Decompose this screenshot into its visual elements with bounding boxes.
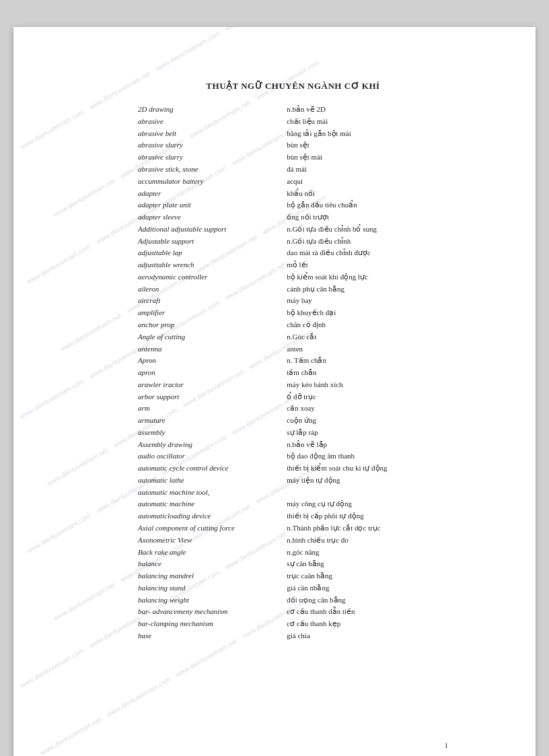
translation-cell: tấm chắn <box>287 367 448 379</box>
translation-cell: cơ cấu thanh dẫn tiến <box>287 606 448 618</box>
page-title: THUẬT NGỮ CHUYÊN NGÀNH CƠ KHÍ <box>138 81 448 92</box>
term-cell: Assembly drawing <box>138 438 287 450</box>
table-row: abrasivechất liệu mài <box>138 116 448 128</box>
translation-cell: n.Gối tựa điều chỉnh bổ sung <box>287 224 448 236</box>
translation-cell: máy bay <box>287 295 448 307</box>
translation-cell: dao mài rà điều chỉnh được <box>287 247 448 259</box>
translation-cell: giá cân nbằng <box>287 582 448 594</box>
translation-cell: bộ dao động âm thanh <box>287 450 448 462</box>
term-cell: adapter sleeve <box>138 211 287 224</box>
term-cell: arm <box>138 403 287 415</box>
term-cell: balancing stand <box>138 582 287 594</box>
table-row: adapter plate unitbộ gắn đầu tiêu chuẩn <box>138 199 448 211</box>
table-row: Axonometric Viewn.hình chiếu trục đo <box>138 535 448 547</box>
translation-cell: cánh phụ cân bằng <box>287 283 448 295</box>
term-cell: armature <box>138 415 287 427</box>
translation-cell: đối trọng cân bằng <box>287 594 448 606</box>
translation-cell: acqui <box>287 176 448 188</box>
table-row: Additional adjustable supportn.Gối tựa đ… <box>138 224 448 236</box>
term-cell: automatic cycle control device <box>138 462 287 475</box>
document-page: www.dientuvietnam.com www.dientuvietnam.… <box>13 27 536 756</box>
table-row: aircraftmáy bay <box>138 295 448 307</box>
table-row: balancesự cân bằng <box>138 558 448 570</box>
translation-cell: n.Góc cắt <box>287 331 448 343</box>
table-row: adjusttable wrenchmỏ lết <box>138 259 448 271</box>
table-row: arbor supportổ đỡ trục <box>138 390 448 403</box>
term-cell: base <box>138 630 287 642</box>
term-cell: automatic lathe <box>138 475 287 487</box>
term-cell: apron <box>138 367 287 379</box>
translation-cell: chất liệu mài <box>287 116 448 128</box>
term-cell: adjusttable lap <box>138 247 287 259</box>
table-row: bar- advancemeny mechanismcơ cấu thanh d… <box>138 606 448 618</box>
table-row: armcần xoay <box>138 403 448 415</box>
term-cell: Adjustable support <box>138 235 287 247</box>
table-row: bar-clamping mechanismcơ cấu thanh kẹp <box>138 618 448 630</box>
term-cell: aileron <box>138 283 287 295</box>
translation-cell: trục caăn bằng <box>287 570 448 582</box>
table-row: balancing weightđối trọng cân bằng <box>138 594 448 606</box>
translation-cell: chân cố định <box>287 319 448 331</box>
term-cell: balancing mandrel <box>138 570 287 582</box>
term-cell: antenna <box>138 343 287 355</box>
table-row: accummulator batteryacqui <box>138 176 448 188</box>
table-row: Angle of cuttingn.Góc cắt <box>138 331 448 343</box>
translation-cell: n.góc nâng <box>287 546 448 558</box>
term-cell: automaticloading device <box>138 510 287 522</box>
translation-cell: n.bản vẽ 2D <box>287 104 448 116</box>
term-cell: abrasive stick, stone <box>138 164 287 176</box>
translation-cell: n.bản vẽ lắp <box>287 438 448 450</box>
term-cell: audio oscillator <box>138 450 287 462</box>
term-cell: aerodynamic controller <box>138 271 287 283</box>
term-cell: adapter <box>138 187 287 199</box>
term-cell: abrasive belt <box>138 128 287 140</box>
page-content: THUẬT NGỮ CHUYÊN NGÀNH CƠ KHÍ 2D drawing… <box>138 81 448 642</box>
translation-cell: anten <box>287 343 448 355</box>
translation-cell: máy kéo bánh xích <box>287 379 448 391</box>
table-row: adapterkhẩu nối <box>138 187 448 199</box>
term-cell: abrasive <box>138 116 287 128</box>
translation-cell: bùn sệt mài <box>287 151 448 164</box>
table-row: Apronn. Tấm chắn <box>138 355 448 367</box>
glossary-table: 2D drawingn.bản vẽ 2Dabrasivechất liệu m… <box>138 104 448 642</box>
translation-cell: bộ khuyếch đại <box>287 307 448 319</box>
term-cell: Back rake angle <box>138 546 287 558</box>
table-row: Assembly drawingn.bản vẽ lắp <box>138 438 448 450</box>
term-cell: arbor support <box>138 390 287 403</box>
page-number: 1 <box>445 741 449 749</box>
translation-cell: bộ gắn đầu tiêu chuẩn <box>287 199 448 211</box>
translation-cell: sự lắp ráp <box>287 427 448 439</box>
term-cell: abrasive slurry <box>138 151 287 164</box>
table-row: armaturecuộn ứng <box>138 415 448 427</box>
table-row: arawler tractormáy kéo bánh xích <box>138 379 448 391</box>
translation-cell: máy tiện tự động <box>287 475 448 487</box>
table-row: automatic machinemáy công cụ tự động <box>138 498 448 510</box>
table-row: adjusttable lapdao mài rà điều chỉnh đượ… <box>138 247 448 259</box>
term-cell: Axonometric View <box>138 535 287 547</box>
translation-cell: giá chia <box>287 630 448 642</box>
term-cell: Axial component of cutting force <box>138 522 287 535</box>
translation-cell: cuộn ứng <box>287 415 448 427</box>
table-row: abrasive slurrybùn sệt <box>138 139 448 151</box>
table-row: assemblysự lắp ráp <box>138 427 448 439</box>
table-row: automatic lathemáy tiện tự động <box>138 475 448 487</box>
table-row: abrasive beltbăng tải gắn bột mài <box>138 128 448 140</box>
table-row: basegiá chia <box>138 630 448 642</box>
term-cell: Apron <box>138 355 287 367</box>
term-cell: automatic machine <box>138 498 287 510</box>
translation-cell: băng tải gắn bột mài <box>287 128 448 140</box>
table-row: automaticloading devicethiết bị cấp phôi… <box>138 510 448 522</box>
term-cell: arawler tractor <box>138 379 287 391</box>
table-row: balancing standgiá cân nbằng <box>138 582 448 594</box>
term-cell: 2D drawing <box>138 104 287 116</box>
table-row: automatic cycle control devicethiết bị k… <box>138 462 448 475</box>
translation-cell: sự cân bằng <box>287 558 448 570</box>
table-row: 2D drawingn.bản vẽ 2D <box>138 104 448 116</box>
translation-cell: máy công cụ tự động <box>287 498 448 510</box>
table-row: aileroncánh phụ cân bằng <box>138 283 448 295</box>
term-cell: Angle of cutting <box>138 331 287 343</box>
table-row: abrasive slurrybùn sệt mài <box>138 151 448 164</box>
translation-cell: mỏ lết <box>287 259 448 271</box>
term-cell: assembly <box>138 427 287 439</box>
term-cell: anchor prop <box>138 319 287 331</box>
